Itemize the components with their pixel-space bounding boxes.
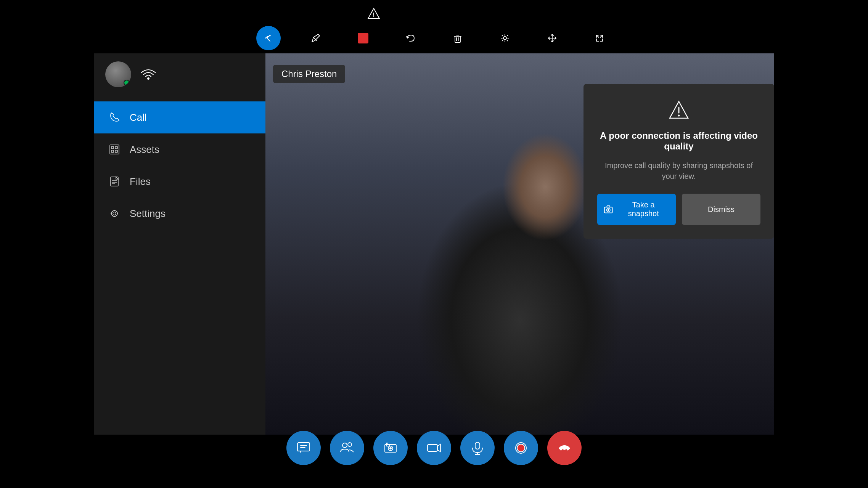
dismiss-button[interactable]: Dismiss xyxy=(682,194,760,225)
record-button[interactable] xyxy=(504,431,538,465)
call-label: Call xyxy=(130,112,147,124)
svg-rect-17 xyxy=(111,150,114,152)
main-area: Call Assets xyxy=(94,53,774,435)
back-button[interactable] xyxy=(256,26,281,50)
svg-rect-14 xyxy=(110,145,119,154)
svg-point-39 xyxy=(389,447,392,449)
svg-rect-15 xyxy=(111,146,114,149)
svg-text:!: ! xyxy=(373,12,375,18)
svg-point-23 xyxy=(113,212,116,215)
svg-rect-3 xyxy=(455,36,460,42)
sidebar-item-assets[interactable]: Assets xyxy=(94,133,265,165)
wifi-signal-icon xyxy=(140,66,156,82)
svg-rect-16 xyxy=(115,146,117,149)
svg-rect-41 xyxy=(428,445,437,451)
settings-label: Settings xyxy=(130,208,166,220)
svg-point-13 xyxy=(148,78,149,79)
move-button[interactable] xyxy=(540,26,564,50)
svg-rect-40 xyxy=(386,443,388,445)
microphone-button[interactable] xyxy=(460,431,495,465)
sidebar-nav: Call Assets xyxy=(94,95,265,236)
notification-body: Improve call quality by sharing snapshot… xyxy=(597,160,760,181)
svg-point-46 xyxy=(517,444,525,452)
end-call-button[interactable] xyxy=(547,431,582,465)
svg-rect-18 xyxy=(115,150,117,152)
notification-warning-icon xyxy=(668,99,690,122)
notification-actions: Take a snapshot Dismiss xyxy=(597,194,760,225)
undo-button[interactable] xyxy=(398,26,423,50)
toolbar xyxy=(0,23,868,53)
sidebar-item-settings[interactable]: Settings xyxy=(94,197,265,230)
svg-point-30 xyxy=(608,209,609,211)
video-area: Chris Preston A poor connection is affec… xyxy=(265,53,774,435)
svg-point-24 xyxy=(111,210,117,217)
svg-point-8 xyxy=(503,37,506,40)
svg-point-27 xyxy=(678,115,680,117)
warning-icon: ! xyxy=(367,7,380,20)
svg-point-34 xyxy=(342,443,347,448)
take-snapshot-button[interactable]: Take a snapshot xyxy=(597,194,676,225)
top-warning-text: A poor connection is affecting video qua… xyxy=(386,10,501,17)
pen-tool-button[interactable] xyxy=(304,26,328,50)
svg-rect-43 xyxy=(475,442,480,449)
online-badge xyxy=(124,80,130,86)
snapshot-control-button[interactable] xyxy=(373,431,408,465)
notification-panel: A poor connection is affecting video qua… xyxy=(583,84,774,239)
sidebar-header xyxy=(94,53,265,95)
svg-line-11 xyxy=(596,35,599,37)
avatar xyxy=(105,61,131,87)
sidebar-item-files[interactable]: Files xyxy=(94,165,265,197)
svg-marker-42 xyxy=(437,444,440,452)
caller-name-badge: Chris Preston xyxy=(273,65,345,83)
expand-button[interactable] xyxy=(587,26,612,50)
svg-rect-31 xyxy=(297,443,310,451)
delete-button[interactable] xyxy=(445,26,470,50)
assets-label: Assets xyxy=(130,144,159,156)
files-label: Files xyxy=(130,176,151,188)
camera-button[interactable] xyxy=(417,431,451,465)
chat-button[interactable] xyxy=(286,431,321,465)
settings-button[interactable] xyxy=(493,26,517,50)
participants-button[interactable] xyxy=(330,431,364,465)
svg-point-35 xyxy=(348,443,352,446)
sidebar-item-call[interactable]: Call xyxy=(94,101,265,133)
sidebar: Call Assets xyxy=(94,53,265,435)
notification-title: A poor connection is affecting video qua… xyxy=(597,130,760,152)
bottom-controls xyxy=(0,431,868,465)
svg-line-12 xyxy=(600,35,603,37)
stop-button[interactable] xyxy=(351,26,375,50)
